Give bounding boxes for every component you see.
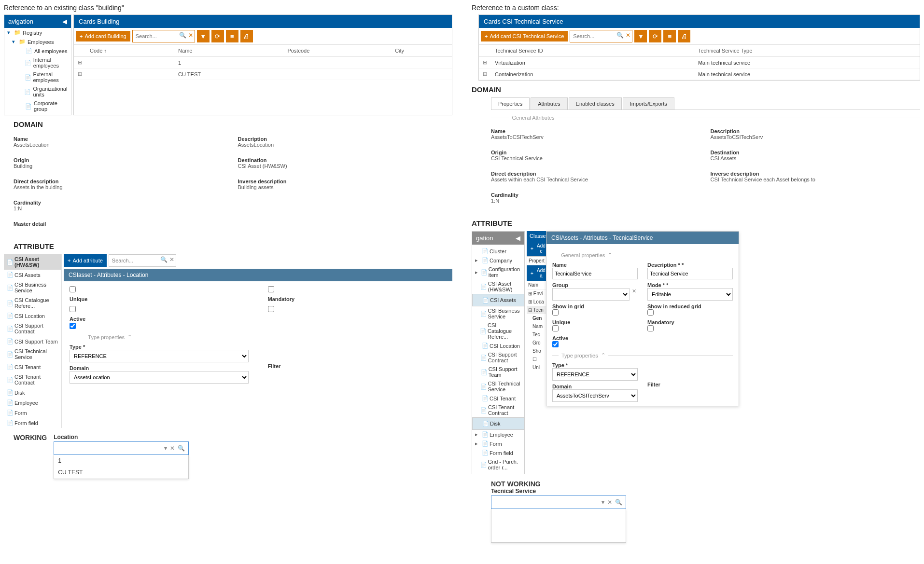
tab[interactable]: Properties	[491, 97, 530, 110]
tree-item[interactable]: 📄Form field	[472, 448, 524, 457]
type-select[interactable]: REFERENCE	[552, 368, 638, 381]
class-item[interactable]: 📄CSI Support Contract	[4, 321, 61, 336]
chk1[interactable]	[70, 286, 76, 292]
tree-item[interactable]: 📄Grid - Purch. order r...	[472, 457, 524, 472]
add-card-button[interactable]: +Add card Building	[76, 31, 130, 41]
nav-item[interactable]: ▾📁Locations	[4, 113, 71, 115]
dropdown-option[interactable]: 1	[54, 455, 188, 467]
domain-select[interactable]: AssetsToCSITechServ	[552, 389, 638, 402]
print-icon[interactable]: 🖨	[240, 30, 253, 42]
refresh-icon[interactable]: ⟳	[211, 30, 224, 42]
tree-item[interactable]: 📄CSI Business Service	[472, 306, 524, 321]
tree-item[interactable]: 📄CSI Support Team	[472, 365, 524, 379]
domain-select[interactable]: AssetsLocation	[70, 371, 249, 384]
clear-icon[interactable]: ✕	[626, 32, 630, 39]
location-input[interactable]	[56, 444, 163, 452]
tree-item[interactable]: 📄Disk	[472, 417, 524, 430]
class-item[interactable]: 📄CSI Business Service	[4, 280, 61, 295]
menu-icon[interactable]: ≡	[663, 30, 676, 42]
add-attribute-button[interactable]: +Add attribute	[64, 254, 107, 267]
tree-item[interactable]: 📄CSI Tenant	[472, 394, 524, 403]
class-item[interactable]: 📄CSI Tenant	[4, 362, 61, 372]
nav-item[interactable]: ▾📁Employees	[4, 37, 71, 46]
tecservice-input[interactable]	[493, 498, 600, 506]
chk2[interactable]	[268, 286, 274, 292]
dropdown-icon[interactable]: ▾	[600, 499, 606, 506]
add-card-button[interactable]: +Add card CSI Technical Service	[481, 31, 568, 41]
clear-icon[interactable]: ✕	[168, 445, 176, 452]
tree-item[interactable]: ▸📄Company	[472, 256, 524, 265]
collapse-icon[interactable]: ⌃	[127, 334, 132, 340]
filter-icon[interactable]: ▼	[634, 30, 647, 42]
tree-item[interactable]: 📄Cluster	[472, 247, 524, 256]
tree-item[interactable]: ▸📄Form	[472, 439, 524, 448]
tree-item[interactable]: 📄CSI Support Contract	[472, 350, 524, 365]
class-item[interactable]: 📄CSI Asset (HW&SW)	[4, 254, 61, 270]
desc-input[interactable]	[647, 268, 733, 279]
nav-item[interactable]: 📄Organizational units	[4, 84, 71, 99]
clear-icon[interactable]: ✕	[630, 288, 638, 301]
tree-item[interactable]: 📄CSI Tenant Contract	[472, 403, 524, 417]
location-input-wrap[interactable]: ▾ ✕ 🔍	[54, 441, 189, 455]
clear-icon[interactable]: ✕	[188, 32, 193, 39]
class-item[interactable]: 📄Employee	[4, 398, 61, 408]
nav-item[interactable]: 📄All employees	[4, 46, 71, 55]
nav-item[interactable]: 📄Internal employees	[4, 55, 71, 70]
mandatory-chk[interactable]	[268, 306, 274, 312]
search-icon[interactable]: 🔍	[160, 256, 168, 263]
clear-icon[interactable]: ✕	[606, 499, 614, 506]
filter-icon[interactable]: ▼	[197, 30, 210, 42]
active-chk[interactable]	[552, 341, 559, 347]
tree-item[interactable]: 📄CSI Technical Service	[472, 379, 524, 394]
tab[interactable]: Enabled classes	[569, 97, 622, 110]
tree-item[interactable]: 📄CSI Location	[472, 341, 524, 350]
search-icon[interactable]: 🔍	[616, 32, 624, 39]
name-input[interactable]	[552, 268, 638, 279]
tree-item[interactable]: ▸📄Employee	[472, 430, 524, 439]
collapse-icon[interactable]: ⌃	[608, 252, 612, 258]
mode-select[interactable]: Editable	[647, 288, 733, 301]
refresh-icon[interactable]: ⟳	[649, 30, 661, 42]
dropdown-option[interactable]: CU TEST	[54, 467, 188, 478]
class-item[interactable]: 📄CSI Support Team	[4, 336, 61, 346]
tree-item[interactable]: ▸📄Configuration item	[472, 265, 524, 279]
class-item[interactable]: 📄Form field	[4, 418, 61, 428]
table-row[interactable]: ⊞CU TEST	[74, 69, 452, 80]
menu-icon[interactable]: ≡	[226, 30, 238, 42]
class-item[interactable]: 📄CSI Location	[4, 311, 61, 321]
dropdown-icon[interactable]: ▾	[163, 445, 168, 452]
search-icon[interactable]: 🔍	[179, 32, 186, 39]
tecservice-input-wrap[interactable]: ▾ ✕ 🔍	[491, 495, 626, 509]
table-row[interactable]: ⊞VirtualizationMain technical service	[479, 57, 920, 69]
table-row[interactable]: ⊞ContainerizationMain technical service	[479, 69, 920, 80]
show-reduced-chk[interactable]	[647, 309, 654, 316]
print-icon[interactable]: 🖨	[678, 30, 690, 42]
search-icon[interactable]: 🔍	[176, 445, 186, 452]
class-item[interactable]: 📄Form	[4, 408, 61, 418]
unique-chk[interactable]	[552, 325, 559, 331]
unique-chk[interactable]	[70, 306, 76, 312]
type-select[interactable]: REFERENCE	[70, 350, 249, 362]
collapse-icon[interactable]: ⌃	[601, 352, 605, 358]
mandatory-chk[interactable]	[647, 325, 654, 331]
collapse-icon[interactable]: ◀	[62, 18, 67, 25]
collapse-icon[interactable]: ◀	[516, 234, 520, 242]
nav-item[interactable]: 📄Corporate group	[4, 99, 71, 113]
tab[interactable]: Imports/Exports	[623, 97, 674, 110]
active-chk[interactable]	[70, 323, 76, 329]
search-icon[interactable]: 🔍	[614, 499, 624, 506]
tab[interactable]: Attributes	[531, 97, 567, 110]
class-item[interactable]: 📄CSI Technical Service	[4, 346, 61, 362]
tree-item[interactable]: 📄CSI Asset (HW&SW)	[472, 279, 524, 294]
nav-item[interactable]: 📄External employees	[4, 70, 71, 84]
class-item[interactable]: 📄CSI Assets	[4, 270, 61, 280]
class-item[interactable]: 📄Disk	[4, 387, 61, 398]
nav-item[interactable]: ▾📁Registry	[4, 28, 71, 37]
tree-item[interactable]: 📄CSI Catalogue Refere...	[472, 321, 524, 341]
table-row[interactable]: ⊞1	[74, 57, 452, 69]
class-item[interactable]: 📄CSI Catalogue Refere...	[4, 295, 61, 311]
class-item[interactable]: 📄CSI Tenant Contract	[4, 372, 61, 387]
show-grid-chk[interactable]	[552, 309, 559, 316]
group-select[interactable]	[552, 288, 630, 301]
tree-item[interactable]: 📄CSI Assets	[472, 294, 524, 306]
